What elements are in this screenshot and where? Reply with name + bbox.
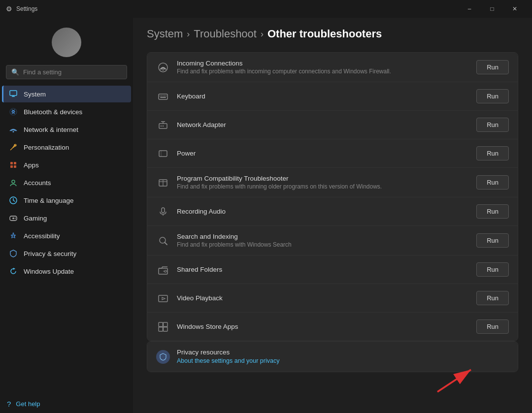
- shared-folders-text: Shared Folders: [177, 266, 469, 273]
- main-content: 🔍 System Bluetooth & devices Network & i…: [0, 18, 532, 413]
- gaming-icon: [9, 214, 18, 222]
- sidebar-item-apps[interactable]: Apps: [2, 157, 131, 173]
- svg-line-40: [165, 242, 167, 245]
- network-adapter-icon: [156, 120, 170, 130]
- network-adapter-run-button[interactable]: Run: [476, 118, 509, 132]
- minimize-button[interactable]: –: [458, 0, 481, 18]
- power-icon: [156, 148, 170, 159]
- search-indexing-desc: Find and fix problems with Windows Searc…: [177, 241, 469, 248]
- sidebar-label-apps: Apps: [24, 161, 39, 169]
- sidebar-item-personalization[interactable]: Personalization: [2, 139, 131, 156]
- sidebar-label-bluetooth: Bluetooth & devices: [24, 108, 82, 116]
- power-run-button[interactable]: Run: [476, 146, 509, 160]
- search-indexing-title: Search and Indexing: [177, 233, 469, 240]
- recording-audio-run-button[interactable]: Run: [476, 204, 509, 219]
- content-area: System › Troubleshoot › Other troublesho…: [133, 18, 532, 413]
- system-icon: [9, 90, 18, 98]
- breadcrumb-troubleshoot[interactable]: Troubleshoot: [194, 28, 257, 40]
- list-item: Program Compatibility Troubleshooter Fin…: [147, 168, 518, 197]
- settings-icon: ⚙: [6, 5, 12, 13]
- title-bar: ⚙ Settings – □ ✕: [0, 0, 532, 18]
- title-bar-title: Settings: [16, 5, 37, 12]
- windows-store-run-button[interactable]: Run: [476, 319, 509, 334]
- list-item: Shared Folders Run: [147, 255, 518, 284]
- get-help-link[interactable]: ? Get help: [0, 395, 133, 413]
- sidebar-item-network[interactable]: Network & internet: [2, 121, 131, 138]
- svg-rect-8: [10, 165, 13, 168]
- sidebar-item-privacy[interactable]: Privacy & security: [2, 245, 131, 262]
- search-input[interactable]: [23, 68, 122, 76]
- shared-folders-run-button[interactable]: Run: [476, 262, 509, 277]
- sidebar-label-accessibility: Accessibility: [24, 232, 60, 240]
- update-icon: [9, 267, 18, 276]
- avatar: [52, 28, 81, 57]
- list-item: Windows Store Apps Run: [147, 313, 518, 341]
- privacy-resources-title: Privacy resources: [177, 349, 279, 356]
- windows-store-icon: [156, 321, 170, 332]
- sidebar-item-accessibility[interactable]: Accessibility: [2, 227, 131, 244]
- list-item: Recording Audio Run: [147, 197, 518, 226]
- sidebar-label-update: Windows Update: [24, 268, 74, 275]
- list-item: Video Playback Run: [147, 284, 518, 313]
- svg-point-10: [12, 180, 15, 183]
- svg-rect-44: [159, 295, 167, 302]
- svg-rect-32: [159, 151, 167, 157]
- sidebar-item-accounts[interactable]: Accounts: [2, 174, 131, 191]
- program-compat-run-button[interactable]: Run: [476, 175, 509, 190]
- incoming-connections-run-button[interactable]: Run: [476, 60, 509, 74]
- svg-line-51: [437, 370, 471, 392]
- sidebar-item-gaming[interactable]: Gaming: [2, 210, 131, 226]
- list-item: Keyboard Run: [147, 82, 518, 111]
- video-playback-run-button[interactable]: Run: [476, 291, 509, 305]
- sidebar-label-system: System: [24, 91, 46, 98]
- sidebar: 🔍 System Bluetooth & devices Network & i…: [0, 18, 133, 413]
- sidebar-label-accounts: Accounts: [24, 179, 51, 187]
- svg-rect-48: [159, 327, 163, 331]
- svg-point-42: [165, 270, 166, 272]
- svg-marker-45: [162, 297, 165, 300]
- svg-rect-46: [159, 322, 163, 327]
- svg-point-4: [13, 131, 14, 132]
- program-compat-icon: [156, 177, 170, 188]
- keyboard-icon: [156, 91, 170, 102]
- incoming-connections-title: Incoming Connections: [177, 60, 469, 67]
- list-item: Power Run: [147, 139, 518, 168]
- video-playback-title: Video Playback: [177, 294, 469, 302]
- title-bar-controls: – □ ✕: [458, 0, 526, 18]
- shared-folders-icon: [156, 264, 170, 275]
- sidebar-item-time[interactable]: Time & language: [2, 192, 131, 209]
- svg-point-30: [161, 125, 162, 126]
- search-box[interactable]: 🔍: [6, 65, 127, 79]
- search-indexing-icon: [156, 235, 170, 246]
- sidebar-item-bluetooth[interactable]: Bluetooth & devices: [2, 103, 131, 120]
- breadcrumb-system[interactable]: System: [147, 28, 183, 40]
- svg-rect-9: [14, 165, 16, 168]
- recording-audio-title: Recording Audio: [177, 208, 469, 215]
- svg-rect-47: [164, 322, 168, 327]
- svg-rect-7: [14, 162, 16, 164]
- svg-point-19: [163, 69, 164, 70]
- svg-point-16: [15, 219, 16, 220]
- maximize-button[interactable]: □: [481, 0, 503, 18]
- breadcrumb: System › Troubleshoot › Other troublesho…: [147, 28, 518, 40]
- personalization-icon: [9, 143, 18, 152]
- sidebar-item-update[interactable]: Windows Update: [2, 263, 131, 280]
- video-playback-text: Video Playback: [177, 294, 469, 302]
- keyboard-run-button[interactable]: Run: [476, 89, 509, 103]
- list-item: Network Adapter Run: [147, 111, 518, 139]
- shared-folders-title: Shared Folders: [177, 266, 469, 273]
- sidebar-item-system[interactable]: System: [2, 86, 131, 102]
- privacy-shield-icon: [156, 350, 170, 364]
- privacy-resources-item: Privacy resources About these settings a…: [147, 342, 518, 372]
- privacy-resources-link[interactable]: About these settings and your privacy: [177, 357, 279, 364]
- power-title: Power: [177, 150, 469, 157]
- bluetooth-icon: [9, 107, 18, 116]
- search-icon: 🔍: [11, 68, 19, 76]
- svg-point-15: [15, 218, 16, 219]
- list-item: Search and Indexing Find and fix problem…: [147, 226, 518, 255]
- recording-audio-text: Recording Audio: [177, 208, 469, 215]
- close-button[interactable]: ✕: [503, 0, 526, 18]
- search-indexing-run-button[interactable]: Run: [476, 233, 509, 248]
- breadcrumb-sep-1: ›: [187, 29, 190, 39]
- incoming-connections-text: Incoming Connections Find and fix proble…: [177, 60, 469, 75]
